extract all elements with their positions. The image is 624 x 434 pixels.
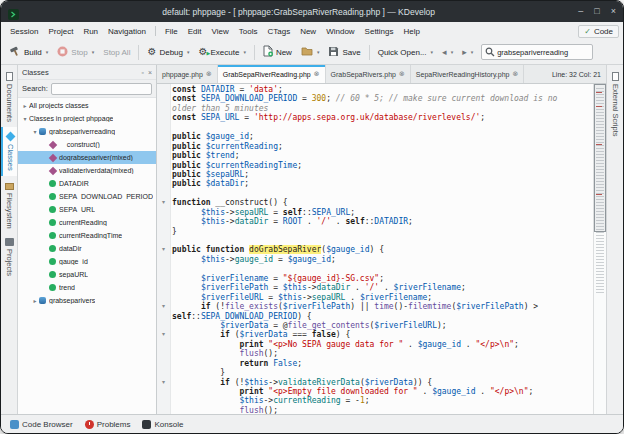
- class-tree-item[interactable]: ▾grabsepariverreading: [18, 125, 156, 138]
- code-line[interactable]: ▾ if (!$this->validateRiverData($riverDa…: [157, 378, 593, 387]
- minimize-button-icon[interactable]: –: [578, 6, 583, 17]
- code-line[interactable]: const SEPA_DOWNLOAD_PERIOD = 300; // 60 …: [157, 94, 593, 103]
- search-input[interactable]: [497, 48, 589, 57]
- class-tree-item[interactable]: SEPA_URL: [18, 203, 156, 216]
- menu-tools[interactable]: Tools: [234, 25, 263, 38]
- close-tab-icon[interactable]: ⊗: [314, 70, 320, 78]
- code-line[interactable]: }: [157, 227, 593, 236]
- menu-session[interactable]: Session: [5, 25, 43, 38]
- code-line[interactable]: print "<p>No SEPA gauge data for " . $ga…: [157, 340, 593, 349]
- class-tree-item[interactable]: gauge_id: [18, 255, 156, 268]
- code-line[interactable]: public $trend;: [157, 151, 593, 160]
- editor-tab-phppage-php[interactable]: phppage.php⊗: [157, 65, 218, 83]
- new-button[interactable]: New: [259, 43, 296, 61]
- navigate-back-button[interactable]: ◂ ▾: [438, 45, 457, 59]
- code-line[interactable]: public $gauge_id;: [157, 132, 593, 141]
- code-line[interactable]: [157, 264, 593, 273]
- menu-ctags[interactable]: CTags: [262, 25, 295, 38]
- code-line[interactable]: public $sepaURL;: [157, 170, 593, 179]
- expander-icon[interactable]: ▾: [31, 128, 39, 135]
- code-line[interactable]: $this->sepaURL = self::SEPA_URL;: [157, 208, 593, 217]
- code-line[interactable]: ▾function __construct() {: [157, 198, 593, 207]
- code-line[interactable]: $this->dataDir = ROOT . '/' . self::DATA…: [157, 217, 593, 226]
- code-line[interactable]: ▾public function doGrabSepaRiver($gauge_…: [157, 245, 593, 254]
- build-button[interactable]: Build ▾: [5, 43, 52, 61]
- code-line[interactable]: return False;: [157, 359, 593, 368]
- class-tree-item[interactable]: validateriverdata(mixed): [18, 164, 156, 177]
- editor-tab-grabseparivers-php[interactable]: GrabSepaRivers.php⊗: [326, 65, 411, 83]
- code-line[interactable]: [157, 189, 593, 198]
- code-menu-button[interactable]: ✓ Code: [578, 25, 619, 38]
- class-tree-item[interactable]: trend: [18, 281, 156, 294]
- code-line[interactable]: $this->gauge_id = $gauge_id;: [157, 255, 593, 264]
- class-tree-item[interactable]: ▾Classes in project phppage: [18, 112, 156, 125]
- statusbar-konsole[interactable]: Konsole: [137, 418, 188, 431]
- expander-icon[interactable]: ▸: [21, 102, 29, 109]
- class-tree-item[interactable]: ▸grabseparivers: [18, 294, 156, 307]
- menu-run[interactable]: Run: [78, 25, 103, 38]
- menu-view[interactable]: View: [207, 25, 234, 38]
- code-line[interactable]: [157, 123, 593, 132]
- close-tab-icon[interactable]: ⊗: [513, 70, 519, 78]
- menu-window[interactable]: Window: [321, 25, 359, 38]
- minimap-scrollbar[interactable]: [593, 84, 606, 414]
- code-line[interactable]: $riverData = @file_get_contents($riverFi…: [157, 321, 593, 330]
- float-panel-icon[interactable]: ▫: [141, 69, 143, 76]
- menu-navigation[interactable]: Navigation: [103, 25, 151, 38]
- close-button-icon[interactable]: ×: [611, 6, 616, 17]
- code-line[interactable]: print "<p>Empty file downloaded for " . …: [157, 387, 593, 396]
- code-line[interactable]: ▾ if (!file_exists($riverFilePath) || ti…: [157, 302, 593, 311]
- dock-tab-projects[interactable]: Projects: [1, 233, 17, 281]
- minimap-viewport[interactable]: [594, 84, 606, 232]
- code-editor[interactable]: const DATADIR = 'data';const SEPA_DOWNLO…: [157, 84, 606, 414]
- code-line[interactable]: const SEPA_URL = 'http://apps.sepa.org.u…: [157, 113, 593, 122]
- code-line[interactable]: $riverFileURL = $this->sepaURL . $riverF…: [157, 293, 593, 302]
- code-line[interactable]: public $currentReadingTime;: [157, 161, 593, 170]
- editor-tab-grabsepariverreading-php[interactable]: GrabSepaRiverReading.php⊗: [218, 65, 326, 83]
- fold-marker-icon[interactable]: ▾: [157, 330, 170, 339]
- menu-help[interactable]: Help: [399, 25, 425, 38]
- editor-tab-separiverreadinghistory-php[interactable]: SepaRiverReadingHistory.php⊗: [411, 65, 525, 83]
- dock-tab-external-scripts[interactable]: External Scripts: [607, 67, 623, 142]
- execute-button[interactable]: ⚙▶ Execute ▾: [195, 45, 250, 59]
- statusbar-code-browser[interactable]: Code Browser: [5, 418, 78, 431]
- open-button[interactable]: ▾: [297, 44, 324, 60]
- quick-open-button[interactable]: Quick Open... ▾: [374, 46, 437, 59]
- code-line[interactable]: $riverFilename = "${gauge_id}-SG.csv";: [157, 274, 593, 283]
- menu-file[interactable]: File: [160, 25, 183, 38]
- code-line[interactable]: }: [157, 368, 593, 377]
- code-line[interactable]: flush();: [157, 349, 593, 358]
- titlebar[interactable]: default: phppage - [ phppage:GrabSepaRiv…: [1, 1, 623, 22]
- class-search-input[interactable]: [51, 83, 152, 95]
- code-line[interactable]: public $dataDir;: [157, 179, 593, 188]
- class-tree-item[interactable]: ▸All projects classes: [18, 99, 156, 112]
- menu-new[interactable]: New: [295, 25, 321, 38]
- class-tree-item[interactable]: currentReading: [18, 216, 156, 229]
- class-tree-item[interactable]: SEPA_DOWNLOAD_PERIOD: [18, 190, 156, 203]
- class-tree-item[interactable]: __construct(): [18, 138, 156, 151]
- menu-settings[interactable]: Settings: [360, 25, 399, 38]
- fold-marker-icon[interactable]: ▾: [157, 245, 170, 254]
- statusbar-problems[interactable]: Problems: [80, 418, 136, 431]
- stop-button[interactable]: Stop ▾: [53, 44, 98, 61]
- debug-button[interactable]: ⚙ Debug ▾: [143, 45, 193, 59]
- class-tree-item[interactable]: dograbsepariver(mixed): [18, 151, 156, 164]
- code-line[interactable]: const DATADIR = 'data';: [157, 85, 593, 94]
- dock-tab-classes[interactable]: Classes: [1, 127, 17, 176]
- expander-icon[interactable]: ▾: [21, 115, 29, 122]
- code-line[interactable]: $this->currentReading = -1;: [157, 396, 593, 405]
- stop-all-button[interactable]: Stop All: [99, 46, 134, 59]
- class-tree-item[interactable]: DATADIR: [18, 177, 156, 190]
- save-button[interactable]: Save: [324, 44, 364, 61]
- close-tab-icon[interactable]: ⊗: [399, 70, 405, 78]
- maximize-button-icon[interactable]: □: [594, 6, 599, 17]
- code-line[interactable]: older than 5 minutes: [157, 104, 593, 113]
- class-tree-item[interactable]: sepaURL: [18, 268, 156, 281]
- menu-edit[interactable]: Edit: [183, 25, 207, 38]
- dock-tab-documents[interactable]: Documents: [1, 67, 17, 127]
- menu-project[interactable]: Project: [43, 25, 78, 38]
- code-line[interactable]: $riverFilePath = $this->dataDir . '/' . …: [157, 283, 593, 292]
- close-panel-icon[interactable]: ×: [148, 69, 152, 76]
- fold-marker-icon[interactable]: ▾: [157, 378, 170, 387]
- fold-marker-icon[interactable]: ▾: [157, 302, 170, 311]
